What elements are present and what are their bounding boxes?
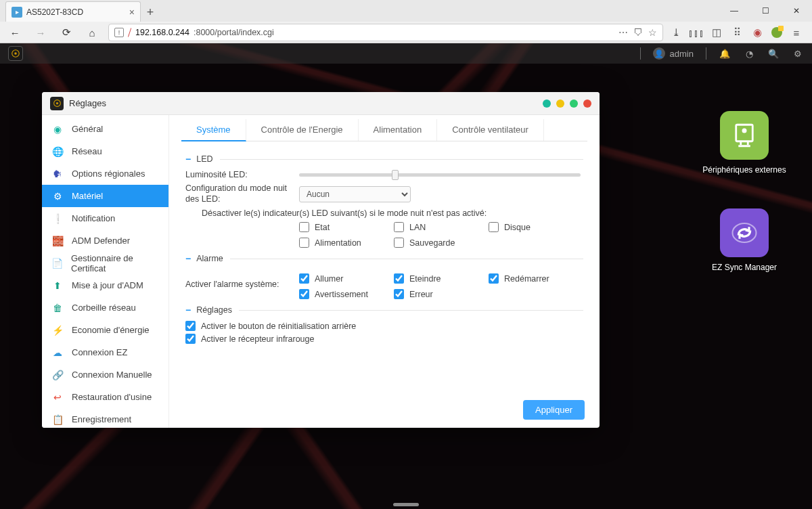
user-menu[interactable]: 👤 admin <box>653 47 694 60</box>
sidebar-item-label: Corbeille réseau <box>72 303 136 313</box>
sidebar-item-recycle[interactable]: 🗑Corbeille réseau <box>42 296 168 319</box>
download-icon[interactable]: ⤓ <box>670 26 682 39</box>
sidebar-item-factory-reset[interactable]: ↩Restauration d'usine <box>42 386 168 408</box>
svg-point-6 <box>55 102 58 104</box>
svg-point-3 <box>743 129 746 132</box>
sidebar-item-network[interactable]: 🌐Réseau <box>42 140 168 162</box>
library-icon[interactable]: ⫿⫿⫿ <box>690 26 702 39</box>
ext1-icon[interactable]: ◉ <box>751 26 763 39</box>
sidebar-item-label: Connexion EZ <box>72 347 127 357</box>
sidebar-item-label: Général <box>72 124 103 134</box>
menu-icon[interactable]: ≡ <box>790 26 803 39</box>
sidebar-item-ez-connect[interactable]: ☁Connexion EZ <box>42 341 168 363</box>
back-button[interactable]: ← <box>5 23 24 42</box>
url-input[interactable]: ! ⧸ 192.168.0.244:8000/portal/index.cgi … <box>108 24 663 41</box>
window-maximize-icon[interactable] <box>570 99 578 108</box>
tab-fan-control[interactable]: Contrôle ventilateur <box>437 119 544 141</box>
tab-system[interactable]: Système <box>181 119 246 141</box>
sidebar-item-certificate[interactable]: 📄Gestionnaire de Certificat <box>42 252 168 274</box>
more-actions-icon[interactable]: ⋯ <box>618 27 628 38</box>
registration-icon: 📋 <box>51 414 64 426</box>
tab-favicon-icon: ▸ <box>12 7 22 18</box>
maximize-icon[interactable]: ☐ <box>750 0 781 22</box>
section-title: LED <box>196 154 212 164</box>
sidebar-item-registration[interactable]: 📋Enregistrement <box>42 408 168 428</box>
sidebar-item-manual-connect[interactable]: 🔗Connexion Manuelle <box>42 363 168 386</box>
chk-redemarrer[interactable]: Redémarrer <box>489 273 583 284</box>
chk-sauvegarde[interactable]: Sauvegarde <box>394 238 489 248</box>
chk-alimentation[interactable]: Alimentation <box>299 238 394 248</box>
led-brightness-slider[interactable] <box>299 173 581 177</box>
regional-icon: 🗣 <box>51 168 64 180</box>
tab-close-icon[interactable]: × <box>129 7 135 18</box>
sidebar-item-label: Options régionales <box>72 169 145 179</box>
sidebar-item-notification[interactable]: ❕Notification <box>42 207 168 229</box>
minimize-icon[interactable]: — <box>719 0 750 22</box>
browser-tab[interactable]: ▸ AS5202T-83CD × <box>5 1 141 22</box>
reader-icon[interactable]: ⛉ <box>633 27 643 38</box>
settings-shortcut-icon[interactable]: ⚙ <box>792 49 804 59</box>
nas-topbar: 👤 admin 🔔 ◔ 🔍 ⚙ <box>0 43 812 64</box>
sidebar-item-regional[interactable]: 🗣Options régionales <box>42 162 168 185</box>
desktop-icon-label: Périphériques externes <box>702 165 786 176</box>
led-night-label: Configuration du mode nuit des LED: <box>185 183 299 204</box>
window-minimize-icon[interactable] <box>556 99 564 108</box>
section-alarme-header[interactable]: − Alarme <box>185 253 583 264</box>
sidebar-item-energy[interactable]: ⚡Economie d'énergie <box>42 319 168 341</box>
section-led-header[interactable]: − LED <box>185 154 583 164</box>
desktop-icon-ez-sync[interactable]: EZ Sync Manager <box>697 208 792 273</box>
sidebar-item-label: Restauration d'usine <box>72 392 152 402</box>
tab-bar: ▸ AS5202T-83CD × + — ☐ ✕ <box>0 0 812 22</box>
chk-avertissement[interactable]: Avertissement <box>299 289 394 299</box>
section-title: Réglages <box>196 305 232 315</box>
window-help-icon[interactable] <box>543 99 551 108</box>
led-disable-note: Désactiver le(s) indicateur(s) LED suiva… <box>202 208 487 218</box>
task-icon[interactable]: ◔ <box>743 49 755 59</box>
nas-logo-icon[interactable] <box>8 46 23 61</box>
tab-power[interactable]: Alimentation <box>359 119 438 141</box>
chk-etat[interactable]: Etat <box>299 222 394 232</box>
chk-erreur[interactable]: Erreur <box>394 289 489 299</box>
home-button[interactable]: ⌂ <box>83 23 102 42</box>
username: admin <box>670 49 694 59</box>
shield-icon: ! <box>114 28 124 37</box>
chk-eteindre[interactable]: Eteindre <box>394 273 489 284</box>
new-tab-button[interactable]: + <box>141 3 160 22</box>
chk-reset-button[interactable]: Activer le bouton de réinitialisation ar… <box>185 321 583 331</box>
sidebar-item-label: Connexion Manuelle <box>72 370 152 380</box>
sidebar-icon[interactable]: ◫ <box>710 26 723 39</box>
globe-icon: 🌐 <box>51 146 64 158</box>
chk-lan[interactable]: LAN <box>394 222 489 232</box>
apply-button[interactable]: Appliquer <box>523 400 585 420</box>
sidebar-item-general[interactable]: ◉Général <box>42 118 168 140</box>
chk-allumer[interactable]: Allumer <box>299 273 394 284</box>
window-title: Réglages <box>69 98 106 108</box>
grid-icon[interactable]: ⠿ <box>731 26 743 39</box>
reload-button[interactable]: ⟳ <box>57 23 76 42</box>
sidebar-item-hardware[interactable]: ⚙Matériel <box>42 185 168 207</box>
dock-handle[interactable] <box>393 503 419 506</box>
ext2-icon[interactable] <box>771 27 782 38</box>
close-window-icon[interactable]: ✕ <box>781 0 812 22</box>
tab-energy-control[interactable]: Contrôle de l'Energie <box>246 119 359 141</box>
led-brightness-label: Luminosité LED: <box>185 170 299 179</box>
section-reglages-header[interactable]: − Réglages <box>185 305 583 315</box>
bookmark-icon[interactable]: ☆ <box>648 27 657 38</box>
cloud-icon: ☁ <box>51 347 64 359</box>
desktop-icon-external-devices[interactable]: Périphériques externes <box>697 111 792 176</box>
sidebar-item-update[interactable]: ⬆Mise à jour d'ADM <box>42 274 168 296</box>
sidebar-item-defender[interactable]: 🧱ADM Defender <box>42 229 168 252</box>
search-icon[interactable]: 🔍 <box>767 49 780 59</box>
led-night-select[interactable]: Aucun <box>299 186 411 202</box>
collapse-icon: − <box>185 253 191 264</box>
forward-button[interactable]: → <box>31 23 50 42</box>
notification-icon[interactable]: 🔔 <box>719 49 731 59</box>
window-titlebar[interactable]: Réglages <box>42 92 600 115</box>
chk-disque[interactable]: Disque <box>489 222 583 232</box>
sidebar-item-label: Economie d'énergie <box>72 325 150 335</box>
slider-thumb[interactable] <box>392 170 399 180</box>
chk-ir-receiver[interactable]: Activer le récepteur infrarouge <box>185 334 583 344</box>
window-close-icon[interactable] <box>583 99 591 108</box>
reset-icon: ↩ <box>51 391 64 403</box>
nas-desktop: 👤 admin 🔔 ◔ 🔍 ⚙ Périphériques externes E… <box>0 43 812 509</box>
